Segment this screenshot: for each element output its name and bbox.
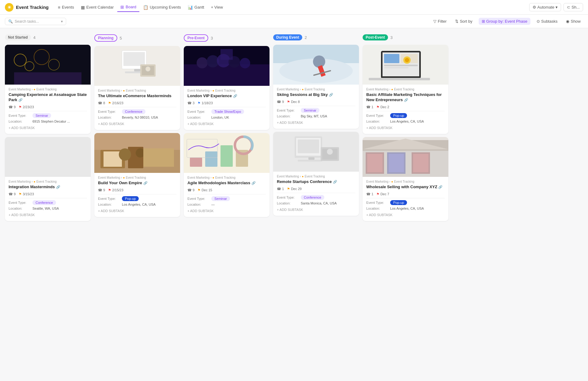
nav-tabs: ≡ Events ▦ Event Calendar ⊞ Board 📋 Upco…: [55, 3, 226, 12]
location-value-wholesale: Los Angeles, CA, USA: [390, 207, 424, 210]
subtasks-label: Subtasks: [541, 19, 557, 24]
card-image-camping: [5, 45, 91, 85]
show-button[interactable]: ◉ Show: [564, 18, 583, 25]
card-breadcrumb-skiing: Event Marketing › ● Event Tracking: [277, 88, 355, 91]
breadcrumb-dot: ●: [34, 180, 36, 183]
column-count-during-event: 2: [305, 35, 307, 40]
svg-rect-49: [298, 160, 322, 162]
members-icon: ☎: [366, 105, 371, 109]
breadcrumb-tracking: Event Tracking: [305, 175, 325, 178]
tab-board[interactable]: ⊞ Board: [117, 3, 139, 12]
add-subtask-camping[interactable]: + ADD SUBTASK: [9, 125, 87, 131]
card-location-row-ecommerce: Location: Beverly, NJ 08010, USA: [98, 116, 176, 119]
card-location-row-integration: Location: Seattle, WA, USA: [9, 207, 87, 210]
svg-rect-68: [389, 154, 404, 172]
column-header-during-event: During Event 2: [273, 33, 359, 42]
card-title-ecommerce: The Ultimate eCommerce Masterminds: [98, 93, 176, 99]
breadcrumb-tracking: Event Tracking: [394, 180, 414, 183]
tab-event-calendar[interactable]: ▦ Event Calendar: [78, 3, 117, 12]
search-placeholder: Search tasks...: [15, 19, 39, 24]
column-during-event: During Event 2 Event Marketing › ●: [273, 33, 359, 219]
card-breadcrumb-empire: Event Marketing › ● Event Tracking: [98, 176, 176, 179]
card-body-agile: Event Marketing › ● Event Tracking Agile…: [184, 173, 270, 217]
card-body-affiliate: Event Marketing › ● Event Tracking Basic…: [363, 85, 448, 134]
card-event-type-row-skiing: Event Type: Seminar: [277, 108, 355, 113]
calendar-icon: ▦: [81, 5, 85, 10]
card-location-row-remote-startups: Location: Santa Monica, CA, USA: [277, 201, 355, 205]
card-body-integration: Event Marketing › ● Event Tracking Integ…: [5, 177, 91, 221]
sort-button[interactable]: ⇅ Sort by: [453, 18, 475, 25]
automate-icon: ⚙: [533, 5, 536, 10]
board: Not Started 4 Event Marketing › ●: [0, 28, 588, 381]
breadcrumb-tracking: Event Tracking: [126, 176, 146, 179]
card-date-integration: ⚑ 3/15/23: [19, 192, 34, 196]
card-wholesale: Event Marketing › ● Event Tracking Whole…: [363, 137, 448, 221]
card-title-integration: Integration Masterminds 🔗: [9, 185, 87, 190]
sort-icon: ⇅: [455, 19, 458, 24]
event-type-label: Event Type:: [366, 114, 388, 117]
add-subtask-affiliate[interactable]: + ADD SUBTASK: [366, 125, 445, 131]
search-box[interactable]: 🔍 Search tasks... ▾: [5, 18, 66, 25]
breadcrumb-dot: ●: [213, 176, 214, 179]
column-header-not-started: Not Started 4: [5, 33, 91, 42]
breadcrumb-marketing: Event Marketing: [277, 88, 299, 91]
card-title-remote-startups: Remote Startups Conference 🔗: [277, 179, 355, 185]
card-meta-integration: ☎ 9 ⚑ 3/15/23: [9, 192, 87, 196]
show-icon: ◉: [566, 19, 569, 24]
flag-icon: ⚑: [287, 100, 290, 104]
tab-gantt[interactable]: 📊 Gantt: [185, 3, 207, 12]
breadcrumb-dot: ●: [391, 88, 393, 91]
members-icon: ☎: [98, 101, 102, 105]
events-icon: ≡: [58, 5, 60, 10]
add-subtask-ecommerce[interactable]: + ADD SUBTASK: [98, 121, 176, 127]
location-label: Location:: [9, 120, 30, 123]
svg-point-13: [145, 67, 150, 71]
card-date-camping: ⚑ 2/23/23: [19, 105, 34, 109]
members-icon: ☎: [98, 188, 102, 192]
card-breadcrumb-affiliate: Event Marketing › ● Event Tracking: [366, 88, 445, 91]
tab-board-label: Board: [126, 5, 136, 9]
tab-view-label: + View: [211, 5, 223, 10]
card-members-london: ☎ 3: [187, 101, 194, 105]
subtasks-button[interactable]: ⊙ Subtasks: [534, 18, 560, 25]
card-remote-startups: Event Marketing › ● Event Tracking Remot…: [273, 132, 359, 216]
tab-upcoming-events[interactable]: 📋 Upcoming Events: [140, 3, 184, 12]
automate-button[interactable]: ⚙ Automate ▾: [529, 3, 561, 11]
add-subtask-empire[interactable]: + ADD SUBTASK: [98, 208, 176, 214]
column-header-planning: Planning 5: [94, 33, 180, 43]
breadcrumb-marketing: Event Marketing: [98, 89, 120, 92]
event-type-label: Event Type:: [366, 201, 388, 204]
add-subtask-wholesale[interactable]: + ADD SUBTASK: [366, 212, 445, 218]
card-image-agile: [184, 133, 270, 173]
members-count: 9: [282, 100, 284, 104]
tab-view[interactable]: + View: [208, 3, 226, 11]
divider-agile: [187, 194, 266, 194]
add-subtask-agile[interactable]: + ADD SUBTASK: [187, 208, 266, 214]
card-body-skiing: Event Marketing › ● Event Tracking Skiin…: [273, 85, 359, 129]
card-event-type-row-remote-startups: Event Type: Conference: [277, 195, 355, 200]
card-meta-london: ☎ 3 ⚑ 1/18/23: [187, 101, 266, 105]
card-members-wholesale: ☎ 1: [366, 192, 373, 196]
location-label: Location:: [98, 116, 119, 119]
card-empire: Event Marketing › ● Event Tracking Build…: [94, 133, 180, 217]
card-location-row-affiliate: Location: Los Angeles, CA, USA: [366, 120, 445, 123]
card-date-london: ⚑ 1/18/23: [198, 101, 213, 105]
card-title-affiliate: Basic Affiliate Marketing Techniques for…: [366, 92, 445, 103]
location-label: Location:: [277, 201, 298, 205]
tab-events[interactable]: ≡ Events: [55, 3, 77, 12]
add-subtask-integration[interactable]: + ADD SUBTASK: [9, 212, 87, 218]
breadcrumb-tracking: Event Tracking: [215, 176, 236, 179]
add-subtask-skiing[interactable]: + ADD SUBTASK: [277, 120, 355, 126]
add-subtask-remote-startups[interactable]: + ADD SUBTASK: [277, 207, 355, 213]
svg-rect-62: [369, 78, 430, 80]
add-subtask-london[interactable]: + ADD SUBTASK: [187, 121, 266, 127]
card-body-remote-startups: Event Marketing › ● Event Tracking Remot…: [273, 172, 359, 216]
svg-rect-47: [298, 139, 319, 153]
date-value: 3/15/23: [23, 192, 34, 196]
card-title-wholesale: Wholesale Selling with Company XYZ 🔗: [366, 185, 445, 190]
toolbar-right: ▽ Filter ⇅ Sort by ⊞ Group by: Event Pha…: [431, 18, 583, 25]
group-by-button[interactable]: ⊞ Group by: Event Phase: [479, 18, 530, 25]
members-count: 1: [371, 105, 373, 109]
filter-button[interactable]: ▽ Filter: [431, 18, 449, 25]
share-button[interactable]: ⊂ Sh...: [564, 3, 583, 11]
